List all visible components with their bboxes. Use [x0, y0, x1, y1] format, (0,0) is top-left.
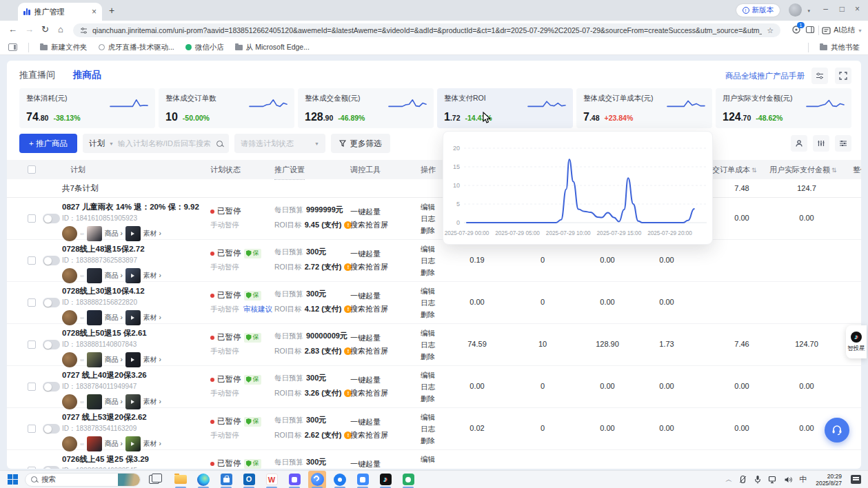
- window-close-button[interactable]: ×: [855, 4, 860, 14]
- row-checkbox[interactable]: [28, 467, 36, 469]
- product-thumbnail[interactable]: [87, 394, 102, 409]
- fullscreen-button[interactable]: [835, 68, 851, 84]
- op-edit-link[interactable]: 编辑: [421, 454, 435, 465]
- taskbar-app-green-app[interactable]: [399, 471, 417, 488]
- settings-sliders-button[interactable]: [811, 68, 828, 84]
- side-panel-icon[interactable]: [805, 25, 816, 35]
- browser-tab[interactable]: 推广管理 ×: [18, 3, 102, 21]
- product-link[interactable]: 商品 ›: [105, 355, 123, 365]
- product-link[interactable]: 商品 ›: [105, 271, 123, 281]
- zhitouxing-widget[interactable]: ♪ 智投星: [846, 325, 867, 358]
- tool-link[interactable]: 搜索抢首屏: [350, 261, 388, 274]
- row-toggle[interactable]: [43, 340, 60, 349]
- op-delete-link[interactable]: 删除: [421, 309, 435, 321]
- tool-link[interactable]: 搜索抢首屏: [350, 218, 388, 232]
- row-checkbox[interactable]: [28, 298, 36, 307]
- taskbar-app-outlook[interactable]: O: [240, 471, 258, 488]
- review-suggestion-link[interactable]: 审核建议: [243, 305, 272, 314]
- home-icon[interactable]: ⌂: [58, 24, 63, 34]
- material-link[interactable]: 素材 ›: [143, 397, 161, 407]
- url-bar[interactable]: qianchuan.jinritemai.com/uni-prom?aavid=…: [73, 23, 780, 37]
- row-toggle[interactable]: [43, 382, 60, 392]
- custom-audience-button[interactable]: [791, 135, 807, 152]
- op-edit-link[interactable]: 编辑: [421, 201, 435, 213]
- volume-icon[interactable]: [784, 476, 793, 484]
- new-version-badge[interactable]: !新版本: [736, 4, 780, 17]
- bookmark-item[interactable]: 微信小店: [185, 43, 224, 52]
- column-header[interactable]: 操作: [421, 160, 436, 179]
- tab-promote-product[interactable]: 推商品: [73, 69, 101, 81]
- material-link[interactable]: 素材 ›: [143, 355, 161, 365]
- taskbar-search[interactable]: 搜索: [25, 473, 141, 487]
- product-thumbnail[interactable]: [87, 436, 102, 451]
- sort-icon[interactable]: ⇅: [751, 167, 757, 174]
- plan-select[interactable]: 计划: [89, 139, 105, 149]
- site-settings-icon[interactable]: [80, 27, 88, 34]
- select-all-checkbox[interactable]: [28, 165, 36, 174]
- network-icon[interactable]: [768, 476, 778, 484]
- row-checkbox[interactable]: [28, 340, 36, 349]
- window-maximize-button[interactable]: □: [840, 4, 845, 14]
- row-toggle[interactable]: [43, 214, 60, 223]
- row-toggle[interactable]: [43, 298, 60, 307]
- other-bookmarks[interactable]: 其他书签: [820, 43, 860, 52]
- product-thumbnail[interactable]: [87, 352, 102, 367]
- column-settings-button[interactable]: [813, 135, 829, 152]
- op-delete-link[interactable]: 删除: [421, 393, 435, 405]
- reload-icon[interactable]: ↻: [41, 24, 49, 34]
- browser-avatar[interactable]: [789, 3, 802, 17]
- product-link[interactable]: 商品 ›: [105, 439, 123, 449]
- tray-expand-icon[interactable]: ︿: [725, 475, 732, 485]
- taskbar-app-blue-app[interactable]: [354, 471, 372, 488]
- bookmark-star-icon[interactable]: ☆: [767, 26, 774, 35]
- tool-link[interactable]: 一键起量: [350, 289, 388, 303]
- bookmark-item[interactable]: 从 Microsoft Edge...: [235, 43, 310, 52]
- column-header[interactable]: 推广设置: [274, 160, 305, 180]
- kpi-card-5[interactable]: 用户实际支付金额(元)124.70-48.62%: [716, 88, 851, 128]
- column-header[interactable]: 计划: [70, 160, 85, 179]
- tool-link[interactable]: 一键起量: [350, 332, 388, 345]
- taskbar-app-blue-circle-app[interactable]: [331, 471, 349, 488]
- material-thumbnail[interactable]: [125, 310, 141, 325]
- tab-close-icon[interactable]: ×: [92, 7, 97, 17]
- taskbar-app-purple-app[interactable]: [285, 471, 303, 488]
- tool-link[interactable]: 一键起量: [350, 205, 388, 218]
- op-edit-link[interactable]: 编辑: [421, 285, 435, 297]
- op-delete-link[interactable]: 删除: [421, 267, 435, 278]
- column-header[interactable]: 计划状态: [210, 160, 241, 179]
- start-button[interactable]: [8, 474, 12, 479]
- sort-icon[interactable]: ⇅: [831, 167, 837, 174]
- back-icon[interactable]: ←: [8, 24, 17, 34]
- op-log-link[interactable]: 日志: [421, 255, 435, 267]
- row-toggle[interactable]: [43, 466, 60, 469]
- material-link[interactable]: 素材 ›: [143, 229, 161, 238]
- url-text[interactable]: qianchuan.jinritemai.com/uni-prom?aavid=…: [92, 26, 762, 34]
- promote-product-button[interactable]: + 推广商品: [19, 134, 77, 153]
- material-link[interactable]: 素材 ›: [143, 439, 161, 449]
- kpi-card-4[interactable]: 整体成交订单成本(元)7.48+23.84%: [576, 88, 712, 128]
- window-minimize-button[interactable]: –: [823, 4, 828, 14]
- tab-live-room[interactable]: 推直播间: [19, 69, 55, 81]
- tool-link[interactable]: 搜索抢首屏: [350, 345, 388, 358]
- forward-icon[interactable]: →: [25, 24, 34, 34]
- taskbar-app-douyin[interactable]: ♪: [376, 471, 394, 488]
- search-input[interactable]: 输入计划名称/ID后回车搜索: [118, 139, 212, 149]
- op-edit-link[interactable]: 编辑: [421, 411, 435, 423]
- material-thumbnail[interactable]: [125, 226, 141, 241]
- column-header-sortable[interactable]: 用户实际支付金额⇅: [769, 160, 837, 179]
- material-link[interactable]: 素材 ›: [143, 271, 161, 281]
- tool-link[interactable]: 搜索抢首屏: [350, 303, 388, 316]
- kpi-card-2[interactable]: 整体成交金额(元)128.90-46.89%: [298, 88, 434, 128]
- column-header[interactable]: 整体: [853, 160, 861, 179]
- row-checkbox[interactable]: [28, 214, 36, 223]
- customer-service-button[interactable]: [825, 418, 849, 443]
- kpi-card-0[interactable]: 整体消耗(元)74.80-38.13%: [19, 88, 155, 128]
- material-thumbnail[interactable]: [125, 268, 141, 283]
- avatar-caret-icon[interactable]: ▾: [807, 8, 810, 14]
- op-log-link[interactable]: 日志: [421, 297, 435, 309]
- taskbar-app-ms-store[interactable]: [217, 471, 235, 488]
- table-settings-button[interactable]: [835, 135, 851, 152]
- bookmark-item[interactable]: 虎牙直播-技术驱动...: [99, 43, 174, 52]
- tool-link[interactable]: 一键起量: [350, 458, 381, 469]
- notification-center-icon[interactable]: [851, 475, 861, 484]
